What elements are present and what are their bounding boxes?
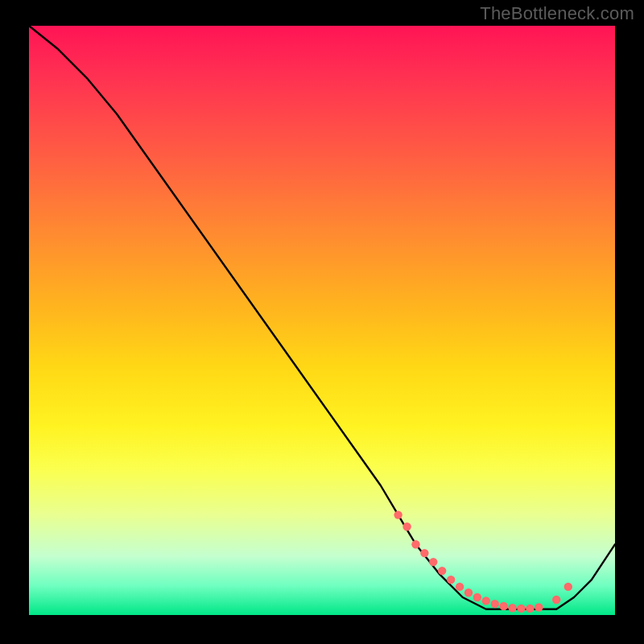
optimal-dot (438, 567, 446, 575)
optimal-dot (456, 583, 464, 591)
bottleneck-curve (29, 26, 615, 609)
optimal-dot (482, 597, 490, 605)
optimal-dot (526, 605, 534, 613)
optimal-dot (447, 576, 455, 584)
optimal-dot (500, 602, 508, 610)
optimal-dot (420, 549, 428, 557)
optimal-dot (402, 522, 411, 530)
optimal-dot (473, 593, 481, 601)
optimal-dots (394, 510, 572, 613)
curve-layer (29, 26, 615, 615)
optimal-dot (394, 510, 402, 518)
optimal-dot (429, 558, 437, 566)
optimal-dot (517, 605, 525, 613)
optimal-dot (411, 540, 419, 548)
optimal-dot (535, 603, 543, 611)
optimal-dot (564, 583, 572, 591)
chart-frame: TheBottleneck.com (0, 0, 644, 644)
optimal-dot (508, 604, 516, 612)
plot-area (29, 26, 615, 615)
watermark-text: TheBottleneck.com (480, 3, 634, 24)
optimal-dot (552, 596, 560, 604)
optimal-dot (491, 600, 499, 608)
optimal-dot (464, 588, 473, 597)
